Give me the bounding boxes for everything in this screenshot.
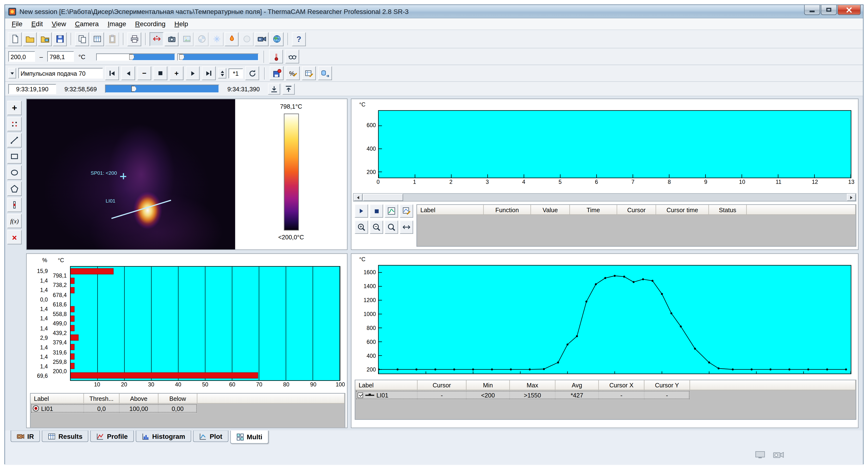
menu-item-file[interactable]: File (7, 19, 27, 29)
stop-playback-button[interactable] (153, 66, 167, 80)
sequence-name-input[interactable] (18, 68, 103, 79)
menu-item-view[interactable]: View (47, 19, 71, 29)
plot-settings-button[interactable] (400, 204, 413, 218)
menu-item-help[interactable]: Help (170, 19, 192, 29)
table-body[interactable] (30, 413, 345, 428)
column-header[interactable]: Cursor Y (645, 380, 690, 390)
freeze-button[interactable] (210, 32, 223, 46)
polygon-tool[interactable] (7, 181, 22, 196)
zoom-out-button[interactable] (370, 220, 383, 234)
column-header[interactable]: Below (158, 393, 197, 404)
spot-tool[interactable] (7, 117, 22, 131)
video-button[interactable] (255, 32, 269, 46)
formula-tool[interactable]: f(x) (7, 214, 22, 228)
ellipse-tool[interactable] (7, 165, 22, 180)
level-slider[interactable] (96, 53, 176, 60)
first-frame-button[interactable] (105, 66, 119, 80)
column-header[interactable]: Status (709, 205, 747, 215)
measurement-dialog-button[interactable] (150, 32, 163, 46)
checkbox-checked-icon[interactable] (358, 392, 363, 398)
print-button[interactable] (127, 32, 141, 46)
zoom-horizontal-button[interactable] (400, 220, 413, 234)
maximize-button[interactable] (821, 5, 837, 15)
plot-scrollbar[interactable] (353, 193, 857, 202)
auto-adjust-button[interactable] (270, 50, 283, 63)
column-header[interactable]: Avg (555, 380, 599, 390)
column-header[interactable]: Function (484, 205, 531, 215)
close-button[interactable] (838, 5, 861, 15)
line-marker-li01[interactable] (112, 200, 171, 219)
zoom-reset-button[interactable] (385, 220, 398, 234)
profile-canvas[interactable] (378, 265, 851, 374)
minimize-button[interactable] (804, 5, 820, 15)
plot-stop-button[interactable] (370, 204, 383, 218)
menu-item-camera[interactable]: Camera (71, 19, 103, 29)
new-session-button[interactable] (8, 32, 22, 46)
image-dialog-button[interactable] (180, 32, 193, 46)
scroll-right-button[interactable] (847, 194, 856, 201)
time-slider-thumb[interactable] (131, 86, 137, 92)
span-slider[interactable] (178, 53, 259, 60)
prev-frame-button[interactable] (121, 66, 135, 80)
table-body[interactable] (417, 215, 856, 246)
tab-histogram[interactable]: Histogram (135, 431, 191, 442)
plot-add-curve-button[interactable] (385, 204, 398, 218)
column-header[interactable]: Label (417, 205, 484, 215)
isotherm-tool[interactable] (7, 198, 22, 212)
titlebar[interactable]: New session [E:\Работа\Дисер\Эсперимента… (5, 5, 863, 19)
record-conditions-button[interactable]: % (286, 66, 300, 80)
histogram-canvas[interactable] (70, 266, 340, 381)
histogram-row-li01[interactable]: LI01 0,0 100,00 0,00 (30, 404, 197, 413)
plot-start-button[interactable] (354, 204, 368, 218)
set-start-marker-button[interactable] (268, 83, 280, 94)
column-header[interactable]: Above (120, 393, 158, 404)
tab-results[interactable]: Results (42, 431, 89, 442)
table-body[interactable] (355, 400, 856, 419)
next-frame-button[interactable] (186, 66, 199, 80)
play-forward-button[interactable]: + (169, 66, 183, 80)
menu-item-edit[interactable]: Edit (27, 19, 47, 29)
loop-button[interactable] (245, 66, 259, 80)
delete-analysis-tool[interactable]: × (7, 230, 22, 244)
camera-dialog-button[interactable] (164, 32, 178, 46)
record-button[interactable] (270, 66, 284, 80)
ir-thermal-image[interactable]: SP01: <200 LI01 (27, 99, 235, 249)
help-button[interactable]: ? (292, 32, 306, 46)
set-end-marker-button[interactable] (282, 83, 294, 94)
copy-button[interactable] (75, 32, 89, 46)
save-button[interactable] (53, 32, 67, 46)
scale-min-input[interactable] (8, 51, 35, 62)
time-slider[interactable] (105, 85, 219, 93)
cursor-tool[interactable]: + (7, 101, 22, 115)
column-header[interactable]: Cursor time (656, 205, 709, 215)
open-button[interactable] (23, 32, 37, 46)
open-sequence-button[interactable] (38, 32, 52, 46)
column-header[interactable]: Time (570, 205, 617, 215)
tab-ir[interactable]: IR (10, 431, 40, 442)
menu-item-recording[interactable]: Recording (131, 19, 170, 29)
column-header[interactable]: Cursor (417, 380, 467, 390)
scroll-left-button[interactable] (354, 194, 363, 201)
tab-plot[interactable]: Plot (193, 431, 228, 442)
profile-row-li01[interactable]: LI01 - <200 >1550 *427 - - (355, 390, 690, 400)
scrollbar-thumb[interactable] (363, 194, 403, 201)
rectangle-tool[interactable] (7, 149, 22, 164)
last-frame-button[interactable] (202, 66, 216, 80)
column-header[interactable]: Max (510, 380, 556, 390)
menu-item-image[interactable]: Image (103, 19, 131, 29)
internet-button[interactable] (270, 32, 284, 46)
flame-button[interactable] (225, 32, 239, 46)
column-header[interactable]: Label (355, 380, 417, 390)
column-header[interactable]: Min (467, 380, 510, 390)
data-transfer-button[interactable] (318, 66, 332, 80)
column-header[interactable]: Value (531, 205, 570, 215)
plot-canvas[interactable] (378, 110, 851, 178)
tab-multi[interactable]: Multi (230, 431, 269, 444)
column-header[interactable]: Thresh... (84, 393, 120, 404)
spot-marker-sp01[interactable] (120, 173, 126, 179)
line-tool[interactable] (7, 133, 22, 148)
zoom-in-button[interactable] (354, 220, 368, 234)
aperture-button[interactable] (195, 32, 209, 46)
column-header[interactable]: Label (30, 393, 84, 404)
web-button[interactable] (240, 32, 253, 46)
